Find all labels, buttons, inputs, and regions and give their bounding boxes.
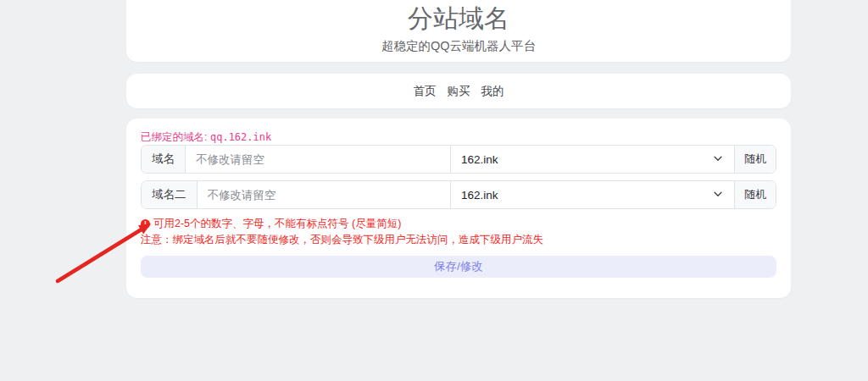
header-card: 分站域名 超稳定的QQ云端机器人平台 [126,0,791,62]
domain2-suffix-select[interactable]: 162.ink [450,181,734,208]
domain-input[interactable] [186,146,450,173]
domain2-label: 域名二 [142,181,198,208]
info-circle-icon: ! [141,219,150,229]
page-subtitle: 超稳定的QQ云端机器人平台 [126,38,791,54]
warning-text: 注意：绑定域名后就不要随便修改，否则会导致下级用户无法访问，造成下级用户流失 [141,234,776,246]
domain2-input[interactable] [198,181,451,208]
page-title: 分站域名 [126,3,791,34]
domain2-suffix-value: 162.ink [461,189,498,202]
nav-bar: 首页 购买 我的 [126,74,791,108]
bound-domain-line: 已绑定的域名: qq.162.ink [141,131,776,143]
chevron-down-icon [712,188,724,202]
domain-row-1: 域名 162.ink 随机 [141,145,776,174]
domain-suffix-select[interactable]: 162.ink [450,146,734,173]
nav-item-home[interactable]: 首页 [414,84,437,99]
nav-item-buy[interactable]: 购买 [448,84,470,99]
save-button[interactable]: 保存/修改 [141,256,776,278]
random-button[interactable]: 随机 [734,146,776,173]
domain-suffix-value: 162.ink [461,153,498,166]
hint-text: 可用2-5个的数字、字母，不能有标点符号 (尽量简短) [153,218,401,229]
domain-form-card: 已绑定的域名: qq.162.ink 域名 162.ink 随机 域名二 162… [126,119,791,298]
chevron-down-icon [712,152,724,167]
random-button-2[interactable]: 随机 [734,181,776,208]
hint-line: ! 可用2-5个的数字、字母，不能有标点符号 (尽量简短) [141,218,776,229]
domain-row-2: 域名二 162.ink 随机 [141,180,776,209]
domain-label: 域名 [142,146,186,173]
bound-domain-value: qq.162.ink [210,131,271,143]
bound-domain-label: 已绑定的域名: [141,131,207,143]
nav-item-mine[interactable]: 我的 [481,84,504,99]
